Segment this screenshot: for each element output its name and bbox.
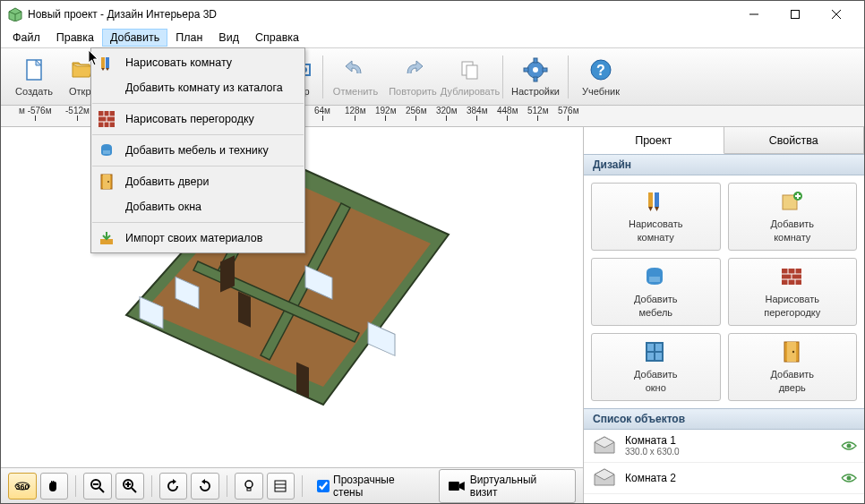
menu-bar: Файл Правка Добавить План Вид Справка <box>1 28 864 47</box>
transparent-walls-checkbox[interactable]: Прозрачные стены <box>317 474 426 499</box>
title-bar: Новый проект - Дизайн Интерьера 3D <box>1 1 864 28</box>
toolbar-label: Откр <box>69 86 91 97</box>
menu-separator <box>92 166 304 167</box>
design-tools-grid: Нарисовать комнату Добавить комнату Доба… <box>584 175 864 408</box>
checkbox-label: Прозрачные стены <box>333 474 426 499</box>
svg-rect-68 <box>655 192 659 207</box>
toolbar-settings-button[interactable]: Настройки <box>508 50 563 104</box>
svg-line-55 <box>132 488 136 492</box>
menu-item-add-furniture[interactable]: Добавить мебель и технику <box>91 138 304 163</box>
visibility-toggle-icon[interactable] <box>841 440 857 451</box>
svg-text:?: ? <box>596 63 605 78</box>
card-add-room[interactable]: Добавить комнату <box>728 183 858 251</box>
svg-rect-43 <box>368 322 395 355</box>
toolbar-duplicate-button[interactable]: Дублировать <box>442 50 498 104</box>
help-icon: ? <box>587 56 614 83</box>
room-thumb-icon <box>591 435 618 457</box>
object-name: Комната 2 <box>625 472 834 484</box>
svg-point-60 <box>245 481 253 488</box>
maximize-button[interactable] <box>775 1 816 28</box>
menu-help[interactable]: Справка <box>247 29 307 47</box>
rotate-ccw-button[interactable] <box>159 473 188 500</box>
toolbar-create-button[interactable]: Создать <box>6 50 62 104</box>
svg-line-52 <box>99 488 104 492</box>
menu-item-add-room-catalog[interactable]: Добавить комнату из каталога <box>91 75 304 100</box>
texture-button[interactable] <box>267 473 295 500</box>
object-info: Комната 2 <box>625 472 834 484</box>
brick-wall-icon <box>780 265 805 290</box>
room-thumb-icon <box>591 467 618 489</box>
menu-item-draw-room[interactable]: Нарисовать комнату <box>91 50 304 75</box>
menu-item-label: Добавить двери <box>125 175 209 188</box>
object-info: Комната 1 330.0 x 630.0 <box>625 434 834 457</box>
menu-separator <box>92 222 304 223</box>
menu-item-label: Добавить мебель и технику <box>125 144 269 157</box>
viewport-toolbar: 360 Прозрачные стены Виртуальный визит <box>1 467 583 503</box>
svg-point-95 <box>847 476 852 481</box>
toolbar-label: Учебник <box>582 86 620 97</box>
svg-rect-61 <box>247 488 251 491</box>
svg-rect-33 <box>524 68 528 72</box>
svg-rect-28 <box>467 65 477 79</box>
toolbar-label: Настройки <box>511 86 560 97</box>
gear-icon <box>522 56 549 83</box>
menu-item-add-windows[interactable]: Добавить окна <box>91 194 304 219</box>
object-list: Комната 1 330.0 x 630.0 Комната 2 <box>584 430 864 503</box>
svg-rect-6 <box>101 57 105 68</box>
menu-add[interactable]: Добавить <box>102 29 167 47</box>
button-label: Виртуальный визит <box>470 474 566 499</box>
toolbar-separator <box>151 475 152 497</box>
toolbar-separator <box>302 475 303 497</box>
virtual-visit-button[interactable]: Виртуальный визит <box>439 469 576 503</box>
object-row[interactable]: Комната 2 <box>584 463 864 494</box>
transparent-walls-input[interactable] <box>317 480 330 492</box>
card-add-furniture[interactable]: Добавить мебель <box>591 258 721 326</box>
tab-project[interactable]: Проект <box>584 127 724 154</box>
menu-item-label: Добавить комнату из каталога <box>125 81 283 94</box>
right-panel: Проект Свойства Дизайн Нарисовать комнат… <box>583 127 864 503</box>
svg-rect-67 <box>648 192 653 207</box>
rotate-cw-button[interactable] <box>191 473 219 500</box>
close-button[interactable] <box>816 1 857 28</box>
visibility-toggle-icon[interactable] <box>841 473 857 483</box>
undo-icon <box>342 56 369 83</box>
menu-item-draw-partition[interactable]: Нарисовать перегородку <box>91 107 304 132</box>
menu-item-add-doors[interactable]: Добавить двери <box>91 169 304 194</box>
door-icon <box>780 340 805 365</box>
pan-button[interactable] <box>40 473 69 500</box>
menu-view[interactable]: Вид <box>210 29 247 47</box>
menu-file[interactable]: Файл <box>4 29 48 47</box>
toolbar-label: Повторить <box>389 86 437 97</box>
orbit-button[interactable]: 360 <box>8 473 37 500</box>
menu-plan[interactable]: План <box>167 29 210 47</box>
zoom-in-button[interactable] <box>116 473 144 500</box>
camera-icon <box>449 481 465 491</box>
menu-item-import-materials[interactable]: Импорт своих материалов <box>91 226 304 251</box>
svg-rect-65 <box>449 482 459 491</box>
menu-edit[interactable]: Правка <box>48 29 102 47</box>
minimize-button[interactable] <box>733 1 775 28</box>
redo-icon <box>399 56 426 83</box>
toolbar-separator <box>227 475 227 497</box>
toolbar-undo-button[interactable]: Отменить <box>328 50 383 104</box>
svg-point-92 <box>847 444 852 448</box>
toolbar-tutorial-button[interactable]: ? Учебник <box>573 50 629 104</box>
zoom-out-button[interactable] <box>83 473 112 500</box>
card-add-window[interactable]: Добавить окно <box>591 333 721 401</box>
toolbar-separator <box>322 56 323 98</box>
card-draw-partition[interactable]: Нарисовать перегородку <box>728 258 858 326</box>
light-button[interactable] <box>235 473 263 500</box>
toolbar-label: Отменить <box>333 86 378 97</box>
svg-marker-66 <box>459 482 465 491</box>
card-add-door[interactable]: Добавить дверь <box>728 333 858 401</box>
svg-point-30 <box>533 67 538 73</box>
toolbar-redo-button[interactable]: Повторить <box>385 50 441 104</box>
svg-rect-7 <box>106 57 109 68</box>
svg-rect-62 <box>275 481 286 491</box>
tab-properties[interactable]: Свойства <box>724 127 865 153</box>
pencils-icon <box>643 190 668 215</box>
card-draw-room[interactable]: Нарисовать комнату <box>591 183 721 251</box>
armchair-icon <box>97 141 116 160</box>
brick-wall-icon <box>97 109 116 129</box>
object-row[interactable]: Комната 1 330.0 x 630.0 <box>584 430 864 463</box>
